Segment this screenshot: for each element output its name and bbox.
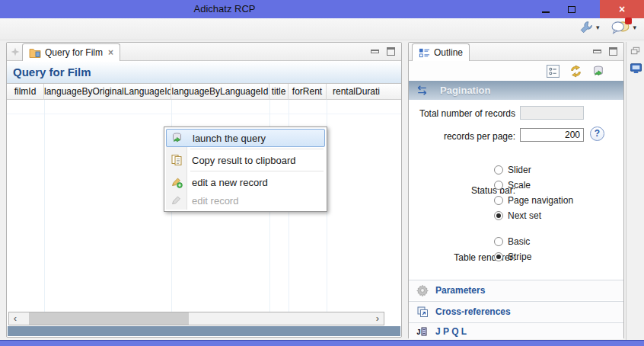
view-maximize-icon[interactable]	[387, 47, 395, 56]
column-header-languagebyoriginallanguageid[interactable]: languageByOriginalLanguageId	[44, 84, 171, 100]
page-title: Query for Film	[13, 66, 91, 78]
notification-badge	[625, 18, 632, 24]
section-jpql[interactable]: J J P Q L	[409, 322, 623, 339]
view-minimize-icon[interactable]	[593, 50, 601, 53]
scroll-left-icon[interactable]: ‹	[9, 312, 21, 325]
maximize-icon	[568, 6, 575, 13]
edit-record-disabled-icon	[171, 194, 183, 207]
view-minimize-icon[interactable]	[371, 50, 379, 53]
radio-basic[interactable]: Basic	[494, 236, 530, 247]
view-menu-icon[interactable]	[11, 47, 20, 56]
monitor-view-icon[interactable]	[630, 62, 642, 75]
radio-slider[interactable]: Slider	[494, 165, 531, 175]
tab-label: Outline	[434, 47, 463, 58]
query-view-header: Query for Film	[7, 61, 401, 84]
wrench-dropdown-icon[interactable]: ▾	[596, 24, 600, 31]
menu-separator	[190, 149, 324, 149]
column-header-languagebylanguageid[interactable]: languageByLanguageId	[171, 84, 269, 100]
radio-next-set[interactable]: Next set	[494, 210, 541, 221]
app-window: Adichatz RCP × ▾ ▾	[0, 0, 644, 346]
query-status-strip	[8, 326, 400, 336]
view-maximize-icon[interactable]	[609, 47, 617, 56]
radio-scale[interactable]: Scale	[494, 180, 531, 191]
chat-icon[interactable]	[611, 21, 630, 34]
scroll-right-icon[interactable]: ›	[371, 312, 384, 325]
radio-label: Next set	[508, 210, 541, 221]
scrollbar-thumb[interactable]	[29, 312, 189, 325]
radio-icon[interactable]	[494, 181, 503, 190]
menu-item-label: Copy result to clipboard	[192, 155, 296, 166]
query-tabstrip: Query for Film ×	[7, 43, 401, 61]
window-title: Adichatz RCP	[0, 0, 449, 18]
window-bottom-border	[0, 340, 644, 346]
svg-text:J: J	[416, 328, 421, 337]
records-per-page-input[interactable]	[520, 128, 584, 142]
gear-icon	[416, 284, 429, 296]
section-label: J P Q L	[435, 326, 467, 337]
copy-icon	[171, 154, 183, 166]
tab-query-for-film[interactable]: Query for Film ×	[22, 43, 120, 61]
menu-item-edit-new-record[interactable]: edit a new record	[166, 173, 325, 191]
context-menu: launch the query Copy result to clipboar…	[164, 127, 327, 212]
menu-item-edit-record: edit record	[166, 191, 325, 210]
edit-new-record-icon	[171, 176, 183, 188]
tab-outline[interactable]: Outline	[412, 43, 470, 61]
jpql-icon: J	[416, 325, 429, 338]
close-button[interactable]: ×	[600, 0, 644, 18]
folder-icon	[29, 47, 41, 58]
section-cross-references[interactable]: Cross-references	[409, 301, 623, 322]
tab-label: Query for Film	[45, 47, 103, 58]
pagination-arrows-icon	[415, 85, 429, 96]
help-button[interactable]: ?	[590, 127, 604, 141]
column-header-title[interactable]: title	[269, 84, 289, 100]
column-header-filmid[interactable]: filmId	[7, 84, 44, 100]
column-header-rentalduration[interactable]: rentalDurati	[327, 84, 401, 100]
horizontal-scrollbar[interactable]: ‹ ›	[8, 312, 384, 325]
menu-item-launch-query[interactable]: launch the query	[166, 129, 325, 147]
maximize-button[interactable]	[559, 0, 585, 18]
section-parameters[interactable]: Parameters	[409, 280, 623, 300]
synchronize-icon[interactable]	[569, 65, 582, 78]
column-header-forrent[interactable]: forRent	[289, 84, 327, 100]
grid-line	[44, 100, 45, 312]
outline-icon	[419, 47, 430, 59]
radio-label: Scale	[508, 180, 531, 191]
table-row	[7, 114, 401, 114]
menu-item-copy-result[interactable]: Copy result to clipboard	[166, 151, 325, 169]
minimize-icon	[542, 11, 550, 13]
outline-tabstrip: Outline	[409, 43, 623, 61]
fast-view-strip	[626, 42, 644, 340]
minimize-button[interactable]	[533, 0, 559, 18]
radio-stripe[interactable]: Stripe	[494, 251, 531, 262]
table-header-row: filmId languageByOriginalLanguageId lang…	[7, 84, 401, 100]
radio-icon[interactable]	[494, 165, 503, 175]
total-records-label: Total number of records	[409, 108, 515, 119]
radio-label: Basic	[508, 236, 530, 247]
menu-item-label: edit a new record	[192, 177, 268, 188]
outline-panel: Outline	[408, 42, 624, 339]
section-label: Parameters	[435, 285, 485, 296]
outline-toolbar	[409, 61, 623, 81]
titlebar: Adichatz RCP ×	[0, 0, 644, 18]
database-refresh-icon	[171, 132, 183, 144]
total-records-field	[520, 106, 584, 120]
radio-icon[interactable]	[494, 237, 503, 246]
radio-icon[interactable]	[494, 196, 503, 205]
scrollbar-track[interactable]	[21, 312, 371, 325]
radio-icon[interactable]	[494, 211, 503, 220]
main-toolbar: ▾ ▾	[0, 18, 644, 40]
pagination-section-header[interactable]: Pagination	[409, 81, 623, 100]
menu-item-label: launch the query	[193, 133, 266, 144]
tab-close-icon[interactable]: ×	[108, 47, 113, 58]
wrench-icon[interactable]	[579, 21, 593, 34]
menu-separator	[190, 171, 324, 171]
restore-views-icon[interactable]	[630, 45, 641, 56]
radio-icon[interactable]	[494, 252, 503, 261]
radio-page-navigation[interactable]: Page navigation	[494, 195, 573, 206]
chat-dropdown-icon[interactable]: ▾	[633, 24, 636, 31]
section-label: Cross-references	[435, 306, 511, 317]
records-per-page-label: records per page:	[409, 131, 515, 142]
form-options-toggle-icon[interactable]	[547, 65, 560, 78]
refresh-query-icon[interactable]	[592, 65, 605, 78]
radio-label: Slider	[508, 165, 531, 175]
